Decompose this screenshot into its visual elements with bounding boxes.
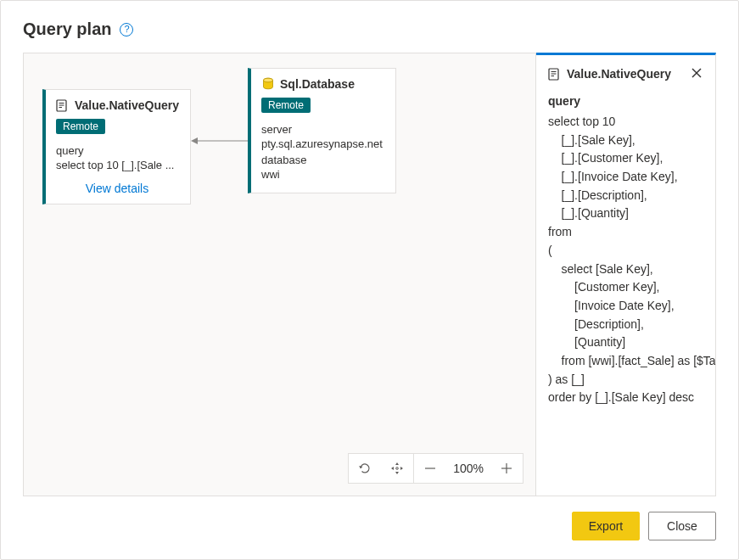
node-field-label: server — [261, 123, 383, 136]
help-icon[interactable]: ? — [120, 23, 133, 36]
query-icon — [548, 67, 562, 81]
svg-marker-7 — [191, 137, 198, 144]
remote-badge: Remote — [261, 98, 311, 113]
detail-title-group: Value.NativeQuery — [548, 67, 671, 81]
node-field-value: pty.sql.azuresynapse.net — [261, 137, 383, 150]
detail-header: Value.NativeQuery — [548, 67, 703, 81]
node-field-label: query — [56, 144, 178, 157]
node-field-value: wwi — [261, 168, 383, 181]
detail-title: Value.NativeQuery — [567, 67, 671, 81]
remote-badge: Remote — [56, 119, 105, 134]
detail-field-label: query — [548, 94, 703, 108]
node-title: Value.NativeQuery — [75, 98, 179, 112]
close-icon[interactable] — [690, 67, 703, 81]
detail-panel: Value.NativeQuery query select top 10 [_… — [536, 53, 716, 496]
zoom-out-button[interactable] — [414, 454, 446, 483]
plan-node-sql-database[interactable]: Sql.Database Remote server pty.sql.azure… — [248, 68, 396, 193]
detail-query-text: select top 10 [_].[Sale Key], [_].[Custo… — [548, 113, 703, 407]
dependency-arrow — [191, 134, 248, 143]
view-details-link[interactable]: View details — [56, 182, 178, 195]
dialog-title: Query plan — [23, 20, 111, 39]
close-button[interactable]: Close — [648, 512, 716, 540]
node-field-value: select top 10 [_].[Sale ... — [56, 159, 178, 171]
node-header: Value.NativeQuery — [56, 98, 178, 112]
zoom-controls: 100% — [348, 453, 523, 484]
export-button[interactable]: Export — [572, 512, 640, 540]
svg-point-9 — [396, 468, 399, 470]
node-header: Sql.Database — [261, 77, 383, 91]
title-row: Query plan ? — [23, 20, 716, 39]
node-title: Sql.Database — [280, 77, 355, 91]
dialog-footer: Export Close — [23, 512, 716, 540]
content-row: Value.NativeQuery Remote query select to… — [23, 53, 716, 496]
zoom-percent: 100% — [446, 462, 490, 475]
plan-node-native-query[interactable]: Value.NativeQuery Remote query select to… — [42, 89, 191, 204]
query-plan-dialog: Query plan ? Value.NativeQuery Remote qu… — [0, 0, 739, 560]
zoom-in-button[interactable] — [490, 454, 523, 483]
database-icon — [261, 77, 275, 91]
query-icon — [56, 98, 70, 112]
plan-canvas[interactable]: Value.NativeQuery Remote query select to… — [23, 53, 536, 496]
reset-view-icon[interactable] — [349, 454, 381, 483]
node-field-label: database — [261, 154, 383, 166]
svg-point-5 — [264, 78, 273, 82]
fit-view-icon[interactable] — [381, 454, 413, 483]
